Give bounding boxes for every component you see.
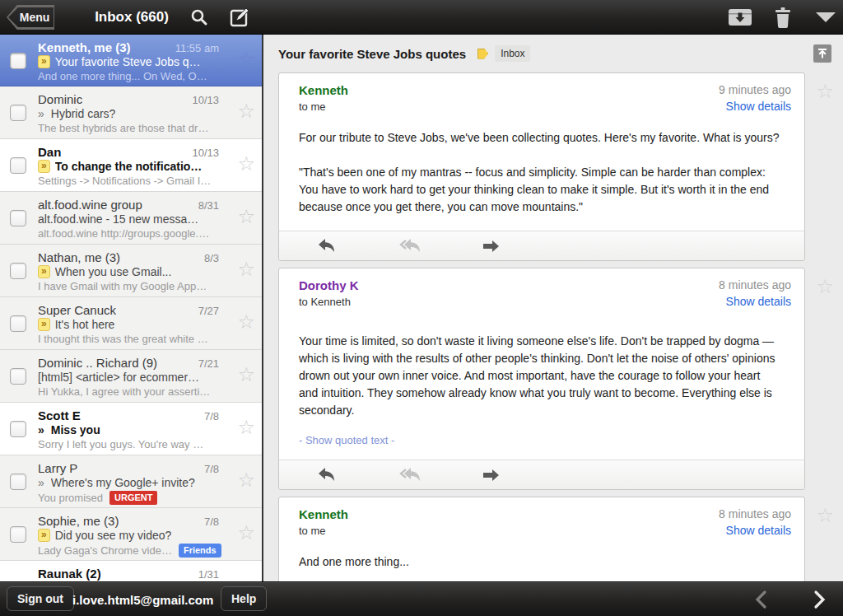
next-conversation-chevron-icon[interactable] [808, 589, 830, 610]
message-card: Kenneth to me 8 minutes ago Show details… [278, 497, 805, 581]
star-icon[interactable]: ☆ [816, 275, 834, 298]
thread-pane: Your favorite Steve Jobs quotes Inbox Ke… [265, 35, 843, 581]
preview: Hi Yukka, I agree with your asserti… [38, 385, 210, 398]
replied-chevron-icon: » [38, 318, 50, 331]
subject: It's hot here [55, 318, 115, 331]
show-details-link[interactable]: Show details [719, 524, 791, 537]
subject: Your favorite Steve Jobs q… [55, 55, 201, 68]
star-icon[interactable]: ☆ [237, 101, 255, 121]
preview: The best hybrids are those that dr… [38, 122, 208, 134]
replied-chevron-icon: » [38, 265, 50, 278]
urgent-label: URGENT [109, 491, 157, 505]
list-item[interactable]: Sophie, me (3)7/8 »Did you see my video?… [0, 508, 262, 561]
list-item[interactable]: alt.food.wine group8/31 alt.food.wine - … [0, 192, 262, 245]
message-sender[interactable]: Kenneth [299, 83, 348, 97]
reply-icon[interactable] [317, 238, 399, 254]
show-details-link[interactable]: Show details [719, 295, 791, 308]
subject: alt.food.wine - 15 new messa… [38, 212, 198, 226]
reply-all-icon[interactable] [399, 238, 482, 254]
subject: When you use Gmail... [55, 265, 172, 278]
checkbox[interactable] [10, 157, 26, 174]
subject: [html5] <article> for ecommer… [38, 371, 199, 384]
label-tag-icon [477, 49, 488, 59]
forward-icon[interactable] [482, 469, 564, 482]
replied-chevron-icon: » [38, 107, 44, 120]
checkbox[interactable] [10, 526, 26, 543]
preview: You promised [38, 492, 103, 504]
message-body: And one more thing... [279, 542, 804, 579]
star-icon[interactable]: ☆ [237, 154, 255, 174]
star-icon[interactable]: ☆ [237, 365, 255, 385]
list-item[interactable]: Nathan, me (3)8/3 »When you use Gmail...… [0, 245, 262, 297]
checkbox[interactable] [10, 263, 26, 279]
star-icon[interactable]: ☆ [237, 523, 255, 543]
message-action-bar [279, 460, 804, 489]
star-icon[interactable]: ☆ [237, 259, 255, 279]
list-item[interactable]: Dominic10/13 »Hybrid cars? The best hybr… [0, 86, 262, 139]
replied-chevron-icon: » [38, 476, 44, 489]
checkbox[interactable] [10, 105, 26, 121]
list-item[interactable]: Raunak (2)1/31 [0, 561, 262, 581]
sender: Nathan, me (3) [38, 250, 120, 264]
list-item[interactable]: Dan10/13 »To change the notificatio… Set… [0, 139, 262, 192]
scroll-to-top-button[interactable] [813, 44, 831, 63]
subject: Miss you [51, 423, 100, 436]
reply-all-icon[interactable] [399, 467, 482, 483]
star-icon[interactable]: ☆ [237, 312, 255, 332]
preview: alt.food.wine http://groups.google.… [38, 227, 209, 240]
star-icon[interactable]: ☆ [237, 207, 255, 226]
previous-conversation-chevron-icon[interactable] [751, 589, 772, 610]
message-recipient: to me [299, 525, 348, 537]
date: 10/13 [192, 147, 219, 159]
replied-chevron-icon: » [38, 160, 50, 173]
friends-label: Friends [179, 544, 221, 558]
message-body: Your time is limited, so don't waste it … [279, 313, 804, 434]
date: 7/8 [204, 463, 219, 475]
message-recipient: to Kenneth [299, 296, 359, 308]
conversation-list: Kenneth, me (3)11:55 am »Your favorite S… [0, 35, 263, 581]
list-item[interactable]: Larry P7/8 »Where's my Google+ invite? Y… [0, 455, 262, 508]
bottom-toolbar: Sign out i.love.html5@gmail.com Help [0, 581, 843, 616]
checkbox[interactable] [10, 368, 26, 385]
body-paragraph: And one more thing... [299, 553, 780, 571]
show-details-link[interactable]: Show details [719, 100, 791, 113]
message-sender[interactable]: Kenneth [299, 507, 348, 521]
message-time: 9 minutes ago [719, 83, 791, 96]
replied-chevron-icon: » [38, 423, 44, 436]
star-icon[interactable]: ☆ [816, 80, 834, 103]
list-item[interactable]: Kenneth, me (3)11:55 am »Your favorite S… [0, 35, 262, 86]
more-menu-chevron-icon[interactable] [813, 0, 838, 35]
star-icon[interactable]: ☆ [237, 49, 255, 69]
preview: I thought this was the great white … [38, 333, 208, 345]
star-icon[interactable]: ☆ [816, 504, 834, 527]
checkbox[interactable] [10, 210, 26, 226]
archive-icon[interactable] [726, 0, 754, 35]
search-icon[interactable] [188, 0, 211, 35]
list-item[interactable]: Dominic .. Richard (9)7/21 [html5] <arti… [0, 350, 262, 403]
date: 8/3 [204, 252, 219, 264]
date: 1/31 [198, 568, 219, 581]
show-quoted-text-link[interactable]: - Show quoted text - [279, 434, 804, 460]
star-icon[interactable]: ☆ [237, 470, 255, 490]
preview: Lady Gaga's Chrome vide… [38, 544, 172, 557]
body-paragraph: For our tribute to Steve Jobs, we've bee… [299, 129, 780, 147]
help-button[interactable]: Help [221, 586, 267, 611]
inbox-label-chip[interactable]: Inbox [495, 45, 530, 62]
sender: Scott E [38, 408, 81, 422]
message-sender[interactable]: Dorothy K [299, 278, 359, 292]
star-icon[interactable]: ☆ [237, 418, 255, 437]
message-time: 8 minutes ago [719, 278, 791, 292]
subject: Did you see my video? [55, 529, 172, 542]
forward-icon[interactable] [482, 240, 564, 253]
checkbox[interactable] [10, 421, 26, 437]
sender: Dan [38, 145, 61, 159]
trash-icon[interactable] [772, 0, 794, 35]
list-item[interactable]: Scott E7/8 »Miss you Sorry I left you gu… [0, 403, 262, 455]
checkbox[interactable] [10, 315, 26, 332]
sign-out-button[interactable]: Sign out [7, 586, 74, 611]
compose-icon[interactable] [227, 0, 252, 35]
reply-icon[interactable] [317, 467, 399, 483]
checkbox[interactable] [10, 53, 26, 69]
list-item[interactable]: Super Canuck7/27 »It's hot here I though… [0, 297, 262, 350]
checkbox[interactable] [10, 474, 26, 490]
